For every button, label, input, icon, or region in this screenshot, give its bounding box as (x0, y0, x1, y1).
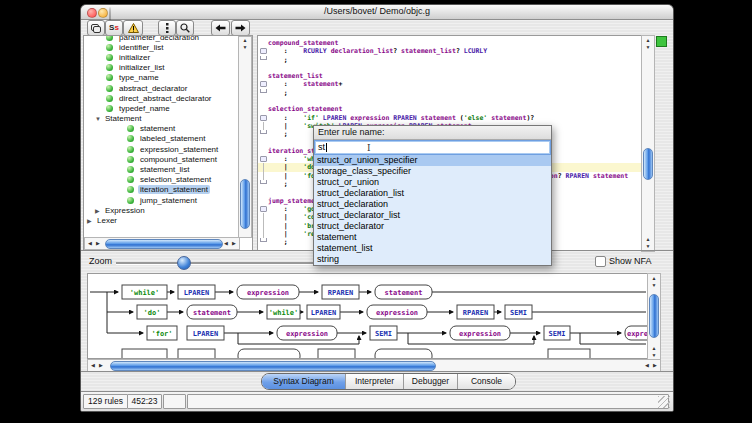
rule-icon[interactable] (106, 105, 113, 112)
tree-item-parameter_declaration[interactable]: parameter_declaration (84, 35, 239, 42)
scroll-left-icon[interactable]: ◀ (86, 238, 94, 248)
fold-gutter[interactable] (258, 197, 268, 205)
fold-gutter[interactable] (258, 122, 268, 130)
fold-gutter[interactable] (258, 72, 268, 80)
tree-item-statement_list[interactable]: statement_list (84, 164, 239, 174)
rule-icon[interactable] (106, 64, 113, 71)
code-line[interactable]: : statement+ (258, 80, 642, 88)
triangle-expanded-icon[interactable]: ▼ (95, 116, 103, 122)
rule-icon[interactable] (127, 156, 134, 163)
tree-horizontal-scrollbar[interactable]: ◀ ▶ ◀ ▶ (84, 237, 240, 250)
rule-icon[interactable] (127, 186, 134, 193)
scroll-up-icon[interactable]: ▲ (642, 237, 654, 242)
diagram-node[interactable]: statement (187, 305, 237, 319)
scroll-down-icon[interactable]: ▼ (239, 45, 251, 50)
rule-suggestion-struct_declarator_list[interactable]: struct_declarator_list (314, 210, 551, 221)
fold-gutter[interactable] (258, 80, 268, 88)
code-line[interactable]: ; (258, 89, 642, 97)
fold-gutter[interactable] (258, 188, 268, 196)
scroll-down-icon[interactable]: ▼ (648, 283, 660, 288)
show-nfa-checkbox[interactable] (595, 256, 606, 267)
scroll-left-icon[interactable]: ◀ (643, 360, 651, 370)
rule-icon[interactable] (127, 125, 134, 132)
fold-gutter[interactable] (258, 213, 268, 221)
title-bar[interactable]: /Users/bovet/ Demo/objc.g (81, 5, 673, 20)
rule-suggestion-statement[interactable]: statement (314, 232, 551, 243)
tree-vertical-scrollbar[interactable]: ▲ ▼ (238, 36, 252, 238)
toggle-rules-list-button[interactable] (87, 20, 105, 36)
code-line[interactable]: ; (258, 56, 642, 64)
tab-syntax-diagram[interactable]: Syntax Diagram (262, 374, 346, 389)
editor-vscroll-thumb[interactable] (643, 148, 653, 180)
diagram-node[interactable]: SEMI (505, 305, 532, 319)
rule-icon[interactable] (106, 85, 113, 92)
rule-suggestion-statement_list[interactable]: statement_list (314, 243, 551, 254)
rule-suggestion-string[interactable]: string (314, 254, 551, 265)
scroll-right-icon[interactable]: ▶ (651, 360, 659, 370)
rule-suggestion-storage_class_specifier[interactable]: storage_class_specifier (314, 166, 551, 177)
tree-item-abstract_declarator[interactable]: abstract_declarator (84, 83, 239, 93)
tab-interpreter[interactable]: Interpreter (346, 374, 404, 389)
fold-gutter[interactable] (258, 163, 268, 171)
fold-gutter[interactable] (258, 97, 268, 105)
code-line[interactable]: : 'if' LPAREN expression RPAREN statemen… (258, 114, 642, 122)
fold-gutter[interactable] (258, 205, 268, 213)
fold-gutter[interactable] (258, 114, 268, 122)
diagram-node[interactable]: expression (237, 285, 299, 299)
code-line[interactable]: selection_statement (258, 105, 642, 113)
hidden-tokens-button[interactable] (158, 20, 176, 36)
scroll-left-icon[interactable]: ◀ (222, 238, 230, 248)
code-line[interactable] (258, 64, 642, 72)
tree-item-statement[interactable]: statement (84, 124, 239, 134)
scroll-up-icon[interactable]: ▲ (642, 38, 654, 43)
diagram-node[interactable]: expression (277, 326, 337, 340)
back-button[interactable] (211, 20, 230, 36)
tree-item-Lexer[interactable]: ▶Lexer (84, 215, 239, 225)
rule-icon[interactable] (127, 166, 134, 173)
fold-gutter[interactable] (258, 105, 268, 113)
tree-item-jump_statement[interactable]: jump_statement (84, 195, 239, 205)
rule-icon[interactable] (127, 135, 134, 142)
triangle-collapsed-icon[interactable]: ▶ (95, 207, 103, 214)
fold-gutter[interactable] (258, 64, 268, 72)
fold-gutter[interactable] (258, 56, 268, 64)
tree-item-typedef_name[interactable]: typedef_name (84, 103, 239, 113)
diagram-node[interactable]: LPAREN (307, 305, 340, 319)
rule-name-input[interactable]: st I (314, 140, 551, 155)
rule-icon[interactable] (106, 54, 113, 61)
fold-gutter[interactable] (258, 180, 268, 188)
rule-icon[interactable] (106, 35, 113, 41)
warnings-button[interactable] (123, 20, 143, 36)
find-button[interactable] (176, 20, 194, 36)
fold-gutter[interactable] (258, 238, 268, 246)
diagram-vertical-scrollbar[interactable]: ▲ ▼ ▲ ▼ (647, 273, 661, 361)
diagram-node[interactable]: statement (375, 285, 432, 299)
rule-suggestion-struct_declaration[interactable]: struct_declaration (314, 199, 551, 210)
scroll-down-icon[interactable]: ▼ (642, 244, 654, 249)
diagram-node[interactable]: 'while' (267, 305, 300, 319)
tree-item-direct_abstract_declarator[interactable]: direct_abstract_declarator (84, 93, 239, 103)
fold-gutter[interactable] (258, 130, 268, 138)
tree-item-initializer_list[interactable]: initializer_list (84, 63, 239, 73)
tree-item-type_name[interactable]: type_name (84, 73, 239, 83)
diagram-node[interactable]: SEMI (544, 326, 570, 340)
tree-item-compound_statement[interactable]: compound_statement (84, 154, 239, 164)
fold-gutter[interactable] (258, 47, 268, 55)
diagram-node[interactable]: expression (625, 326, 648, 340)
fold-gutter[interactable] (258, 155, 268, 163)
rule-icon[interactable] (106, 74, 113, 81)
diagram-vscroll-thumb[interactable] (649, 294, 659, 338)
diagram-node[interactable]: expression (450, 326, 510, 340)
diagram-node[interactable]: 'for' (147, 326, 177, 340)
tree-item-initializer[interactable]: initializer (84, 52, 239, 62)
scroll-right-icon[interactable]: ▶ (97, 360, 105, 370)
diagram-node[interactable]: expression (367, 305, 427, 319)
tree-vscroll-thumb[interactable] (240, 179, 250, 229)
tree-item-expression_statement[interactable]: expression_statement (84, 144, 239, 154)
expand-editor-button[interactable] (656, 36, 667, 47)
tree-item-iteration_statement[interactable]: iteration_statement (84, 185, 239, 195)
syntax-coloring-button[interactable]: Ss (105, 20, 123, 36)
fold-gutter[interactable] (258, 139, 268, 147)
scroll-up-icon[interactable]: ▲ (239, 38, 251, 43)
scroll-left-icon[interactable]: ◀ (89, 360, 97, 370)
